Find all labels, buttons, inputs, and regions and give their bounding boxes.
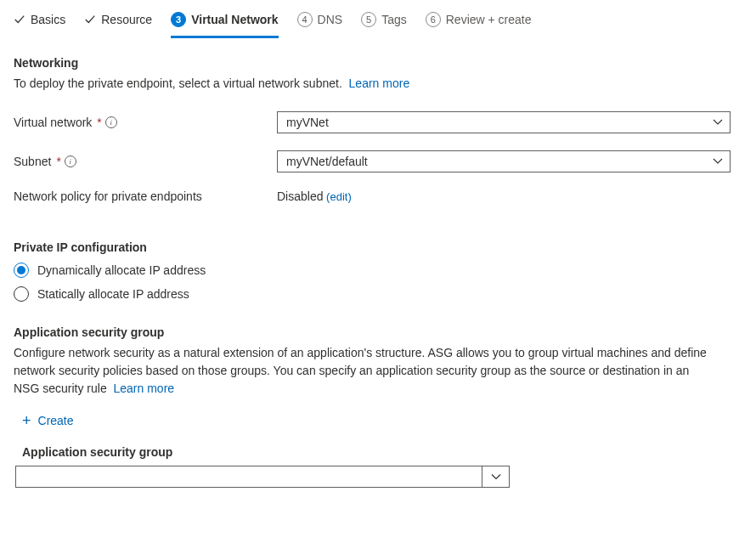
- chevron-down-icon: [713, 117, 723, 127]
- radio-button-icon: [14, 263, 29, 278]
- tab-basics[interactable]: Basics: [14, 8, 65, 37]
- tab-dns[interactable]: 4 DNS: [297, 7, 343, 38]
- wizard-tabs: Basics Resource 3 Virtual Network 4 DNS …: [0, 0, 756, 39]
- tab-label: Tags: [381, 13, 407, 26]
- network-policy-label: Network policy for private endpoints: [14, 189, 277, 203]
- tab-label: Review + create: [446, 13, 532, 26]
- networking-heading: Networking: [14, 56, 717, 70]
- learn-more-link[interactable]: Learn more: [349, 76, 410, 90]
- subnet-value: myVNet/default: [286, 155, 368, 168]
- step-number-badge: 5: [361, 12, 376, 27]
- network-policy-value: Disabled: [277, 189, 323, 203]
- vnet-label: Virtual network* i: [14, 116, 277, 129]
- vnet-dropdown[interactable]: myVNet: [277, 111, 731, 133]
- chevron-down-icon: [482, 466, 509, 487]
- create-label: Create: [38, 414, 74, 427]
- tab-virtual-network[interactable]: 3 Virtual Network: [171, 7, 278, 38]
- asg-dropdown[interactable]: [15, 466, 510, 488]
- asg-dropdown-label: Application security group: [22, 445, 717, 459]
- radio-static-ip[interactable]: Statically allocate IP address: [14, 286, 717, 302]
- step-number-badge: 6: [426, 12, 441, 27]
- subnet-dropdown[interactable]: myVNet/default: [277, 150, 731, 172]
- step-number-badge: 4: [297, 12, 313, 27]
- radio-label: Dynamically allocate IP address: [37, 263, 206, 277]
- asg-description: Configure network security as a natural …: [14, 344, 717, 398]
- tab-label: Virtual Network: [191, 13, 278, 26]
- tab-resource[interactable]: Resource: [84, 8, 152, 37]
- ipconfig-heading: Private IP configuration: [14, 240, 717, 254]
- step-number-badge: 3: [171, 12, 186, 27]
- info-icon[interactable]: i: [105, 116, 117, 128]
- tab-label: Basics: [31, 13, 65, 26]
- tab-label: Resource: [101, 13, 152, 26]
- tab-label: DNS: [318, 13, 343, 26]
- networking-description: To deploy the private endpoint, select a…: [14, 75, 717, 93]
- asg-heading: Application security group: [14, 325, 717, 339]
- chevron-down-icon: [713, 156, 723, 167]
- tab-review-create[interactable]: 6 Review + create: [426, 7, 532, 38]
- radio-dynamic-ip[interactable]: Dynamically allocate IP address: [14, 263, 717, 278]
- required-asterisk: *: [97, 116, 101, 129]
- info-icon[interactable]: i: [65, 155, 76, 167]
- ipconfig-radio-group: Dynamically allocate IP address Statical…: [14, 263, 717, 302]
- radio-button-icon: [14, 286, 29, 302]
- tab-tags[interactable]: 5 Tags: [361, 7, 407, 38]
- vnet-value: myVNet: [286, 116, 329, 129]
- subnet-label: Subnet* i: [14, 155, 277, 168]
- network-policy-edit-link[interactable]: (edit): [326, 190, 352, 203]
- required-asterisk: *: [56, 155, 60, 168]
- create-asg-button[interactable]: + Create: [20, 410, 76, 432]
- radio-label: Statically allocate IP address: [37, 287, 189, 301]
- check-icon: [14, 14, 25, 25]
- plus-icon: +: [22, 413, 31, 428]
- check-icon: [84, 14, 96, 25]
- learn-more-link[interactable]: Learn more: [113, 382, 174, 395]
